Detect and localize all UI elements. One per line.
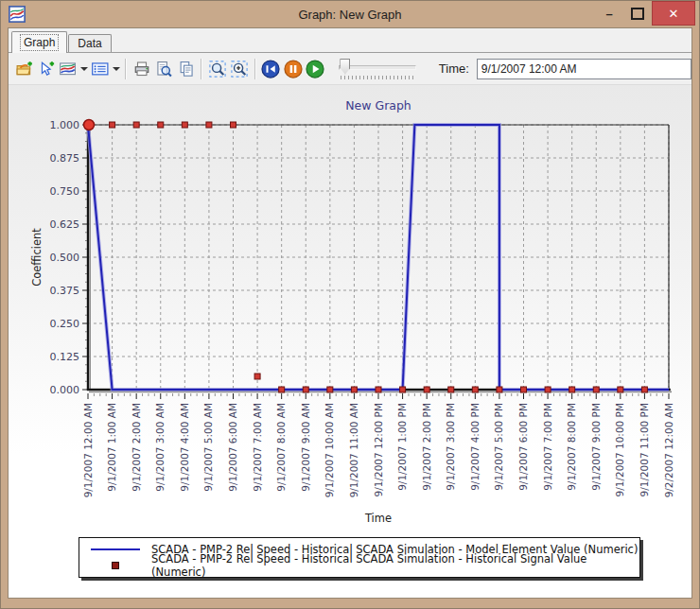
minimize-button[interactable]: – — [595, 1, 623, 26]
historical-point — [133, 122, 139, 128]
svg-text:9/1/2007 9:00 PM: 9/1/2007 9:00 PM — [590, 403, 602, 491]
historical-point — [182, 122, 187, 128]
svg-text:9/2/2007 12:00 AM: 9/2/2007 12:00 AM — [663, 403, 674, 497]
historical-point — [545, 387, 551, 392]
time-slider[interactable] — [339, 57, 415, 81]
pause-button[interactable] — [282, 58, 304, 80]
close-button[interactable]: ✕ — [652, 1, 695, 26]
chevron-down-icon — [113, 67, 120, 71]
historical-point — [497, 387, 502, 392]
zoom-window-button[interactable] — [206, 58, 228, 80]
zoom-in-icon — [231, 61, 248, 78]
svg-text:0.125: 0.125 — [50, 351, 80, 363]
tab-strip: Graph Data — [9, 28, 691, 53]
skip-to-start-button[interactable] — [260, 58, 282, 80]
svg-text:9/1/2007 3:00 PM: 9/1/2007 3:00 PM — [445, 403, 456, 491]
toolbar-separator — [254, 59, 256, 79]
chart-title: New Graph — [345, 98, 411, 113]
graph-type-dropdown[interactable] — [79, 58, 90, 80]
pause-icon — [284, 60, 303, 78]
play-icon — [306, 60, 324, 78]
copy-icon — [178, 61, 195, 78]
svg-text:9/1/2007 7:00 AM: 9/1/2007 7:00 AM — [252, 403, 263, 492]
svg-text:9/1/2007 1:00 PM: 9/1/2007 1:00 PM — [396, 403, 408, 491]
svg-text:9/1/2007 11:00 AM: 9/1/2007 11:00 AM — [348, 403, 359, 497]
svg-text:9/1/2007 10:00 AM: 9/1/2007 10:00 AM — [324, 403, 335, 497]
svg-text:1.000: 1.000 — [50, 119, 80, 131]
svg-text:0.000: 0.000 — [50, 384, 80, 396]
historical-point — [641, 387, 647, 392]
title-bar: Graph: New Graph – ✕ — [1, 1, 699, 27]
svg-text:9/1/2007 9:00 AM: 9/1/2007 9:00 AM — [300, 403, 311, 492]
svg-text:0.375: 0.375 — [50, 285, 80, 297]
zoom-in-button[interactable] — [228, 58, 250, 80]
client-area: Graph Data — [8, 27, 692, 599]
legend-square-symbol — [79, 562, 151, 569]
legend-line-symbol — [79, 548, 151, 550]
svg-text:0.500: 0.500 — [50, 252, 80, 264]
print-icon — [133, 61, 150, 78]
square-sample-icon — [112, 562, 119, 569]
svg-text:9/1/2007 4:00 AM: 9/1/2007 4:00 AM — [179, 403, 190, 492]
historical-point — [400, 387, 406, 392]
svg-text:9/1/2007 6:00 PM: 9/1/2007 6:00 PM — [517, 403, 529, 491]
historical-point — [303, 387, 308, 392]
slider-track[interactable] — [339, 65, 415, 70]
historical-point — [618, 387, 623, 392]
historical-point — [351, 387, 357, 392]
toolbar-separator — [125, 59, 127, 79]
svg-text:0.250: 0.250 — [50, 318, 80, 330]
historical-point — [206, 122, 212, 128]
current-time-marker — [84, 120, 95, 130]
time-label: Time: — [439, 61, 469, 76]
select-element-add-button[interactable] — [35, 58, 57, 80]
chart-plot[interactable]: New Graph0.0000.1250.2500.3750.5000.6250… — [9, 85, 691, 531]
print-preview-button[interactable] — [153, 58, 175, 80]
svg-text:9/1/2007 2:00 PM: 9/1/2007 2:00 PM — [421, 403, 432, 491]
print-button[interactable] — [131, 58, 152, 80]
slider-ticks — [341, 76, 413, 79]
chart-panel: New Graph0.0000.1250.2500.3750.5000.6250… — [9, 85, 691, 598]
y-axis-label: Coefficient — [30, 228, 44, 287]
svg-text:9/1/2007 8:00 PM: 9/1/2007 8:00 PM — [566, 403, 577, 491]
historical-point — [327, 387, 333, 392]
historical-point — [593, 387, 599, 392]
historical-point — [110, 122, 115, 128]
toolbar-separator — [201, 59, 202, 79]
svg-text:9/1/2007 8:00 AM: 9/1/2007 8:00 AM — [275, 403, 287, 492]
maximize-icon — [631, 8, 644, 20]
svg-text:9/1/2007 10:00 PM: 9/1/2007 10:00 PM — [614, 403, 625, 496]
svg-text:9/1/2007 2:00 AM: 9/1/2007 2:00 AM — [131, 403, 142, 492]
line-sample-icon — [91, 548, 140, 550]
graph-type-button[interactable] — [58, 58, 79, 80]
add-graph-icon — [16, 61, 33, 78]
tab-graph[interactable]: Graph — [11, 31, 67, 53]
tab-data[interactable]: Data — [68, 34, 111, 52]
svg-text:0.750: 0.750 — [50, 185, 80, 198]
chart-legend: SCADA - PMP-2 Rel Speed - Historical SCA… — [79, 537, 640, 578]
svg-text:9/1/2007 11:00 PM: 9/1/2007 11:00 PM — [639, 403, 650, 496]
slider-thumb[interactable] — [340, 59, 350, 75]
svg-text:9/1/2007 12:00 AM: 9/1/2007 12:00 AM — [82, 403, 94, 497]
graph-type-icon — [60, 61, 77, 78]
display-options-dropdown[interactable] — [112, 58, 122, 80]
legend-label-historical: SCADA - PMP-2 Rel Speed - Historical SCA… — [151, 552, 639, 579]
play-button[interactable] — [304, 58, 325, 80]
x-axis-label: Time — [364, 512, 392, 525]
legend-row-historical: SCADA - PMP-2 Rel Speed - Historical SCA… — [79, 557, 639, 573]
toolbar: Time: — [9, 53, 691, 85]
historical-point — [448, 387, 454, 392]
historical-point — [569, 387, 575, 392]
time-input[interactable] — [477, 59, 691, 79]
historical-point — [424, 387, 429, 392]
historical-point — [472, 387, 478, 392]
svg-text:9/1/2007 6:00 AM: 9/1/2007 6:00 AM — [227, 403, 238, 492]
display-options-button[interactable] — [89, 58, 111, 80]
add-graph-button[interactable] — [13, 58, 35, 80]
maximize-button[interactable] — [623, 1, 652, 26]
historical-point — [521, 387, 527, 392]
copy-button[interactable] — [175, 58, 197, 80]
tab-graph-label: Graph — [21, 35, 58, 50]
historical-point — [254, 374, 260, 379]
tab-data-label: Data — [78, 37, 101, 50]
